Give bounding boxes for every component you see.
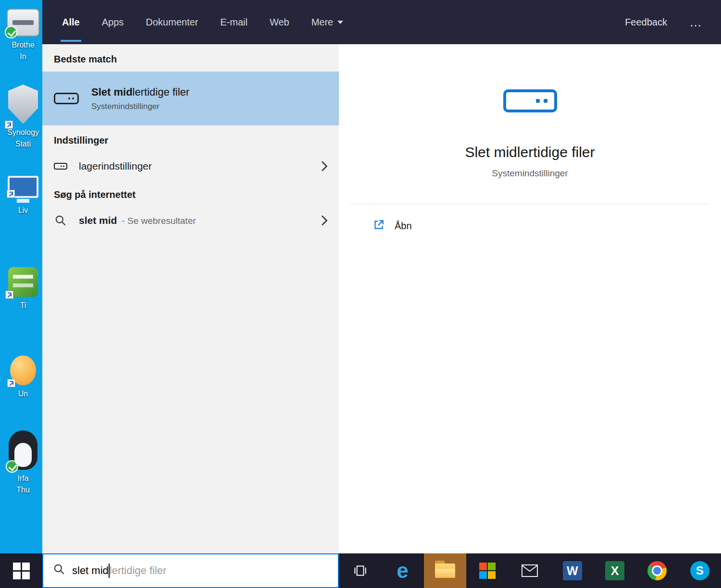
desktop-icon-label: Liv [0, 205, 42, 216]
task-view-button[interactable] [339, 553, 381, 588]
printer-icon [7, 9, 39, 37]
desktop-icon-label: Un [0, 388, 42, 400]
desktop-icon-un[interactable]: Un [0, 355, 42, 400]
microsoft-store-icon [479, 563, 496, 579]
shortcut-arrow-icon [7, 190, 15, 198]
tab-dokumenter[interactable]: Dokumenter [135, 0, 209, 44]
result-web-search[interactable]: slet mid- Se webresultater [42, 207, 339, 234]
desktop-icon-ti[interactable]: Ti [0, 267, 42, 311]
results-list: Bedste match Slet midlertidige filer Sys… [42, 44, 339, 553]
drive-icon [54, 93, 79, 104]
desktop-icon-label: BrotheIn [0, 39, 42, 62]
search-filter-bar: Alle Apps Dokumenter E-mail Web Mere Fee… [42, 0, 721, 44]
skype-icon: S [690, 561, 709, 580]
chevron-right-icon[interactable] [321, 161, 327, 172]
best-match-header: Bedste match [42, 44, 339, 72]
desktop-icon-irfanview[interactable]: IrfaThu [0, 430, 42, 496]
search-text: slet midlertidige filer [72, 564, 166, 578]
preview-title: Slet midlertidige filer [465, 144, 595, 160]
web-search-header: Søg på internettet [42, 180, 339, 207]
divider [350, 204, 709, 204]
check-badge-icon [6, 460, 18, 473]
screen: BrotheIn SynologyStati Liv Ti [0, 0, 721, 588]
microsoft-store-button[interactable] [466, 553, 509, 588]
preview-pane: Slet midlertidige filer Systemindstillin… [339, 44, 721, 553]
feedback-button[interactable]: Feedback [625, 17, 667, 28]
edge-icon: e [397, 560, 408, 581]
desktop-icon-label: Ti [0, 300, 42, 311]
start-button[interactable] [0, 553, 42, 588]
desktop-icon-label: SynologyStati [0, 127, 42, 150]
excel-button[interactable]: X [594, 553, 636, 588]
file-explorer-button[interactable] [424, 553, 466, 588]
tab-alle[interactable]: Alle [51, 0, 91, 44]
file-explorer-icon [435, 564, 455, 578]
desktop: BrotheIn SynologyStati Liv Ti [0, 0, 42, 553]
chevron-right-icon[interactable] [321, 215, 327, 226]
green-app-icon [8, 267, 38, 297]
search-suggestion-text: lertidige filer [110, 564, 167, 577]
task-view-icon [352, 563, 368, 578]
chevron-down-icon [337, 21, 343, 24]
desktop-icon-label: IrfaThu [0, 473, 42, 496]
shield-icon [8, 85, 38, 124]
settings-header: Indstillinger [42, 125, 339, 153]
taskbar-search-input[interactable]: slet midlertidige filer [42, 553, 339, 588]
word-button[interactable]: W [551, 553, 594, 588]
tab-apps[interactable]: Apps [91, 0, 135, 44]
tab-email[interactable]: E-mail [209, 0, 259, 44]
tab-web[interactable]: Web [259, 0, 300, 44]
best-match-title: Slet midlertidige filer [91, 86, 189, 98]
settings-item-label: lagerindstillinger [79, 160, 152, 172]
excel-icon: X [605, 561, 624, 580]
penguin-icon [9, 430, 37, 470]
shortcut-arrow-icon [5, 291, 13, 299]
mail-icon [522, 564, 538, 577]
mail-button[interactable] [509, 553, 551, 588]
drive-icon [54, 163, 67, 170]
desktop-icon-synology[interactable]: SynologyStati [0, 85, 42, 150]
open-action[interactable]: Åbn [373, 219, 412, 233]
more-options-button[interactable]: … [689, 15, 703, 30]
taskbar-icons: e W X S [339, 553, 721, 588]
windows-logo-icon [13, 563, 30, 579]
search-flyout: Alle Apps Dokumenter E-mail Web Mere Fee… [42, 0, 721, 553]
drive-icon-large [503, 89, 557, 112]
tab-mere[interactable]: Mere [300, 0, 355, 44]
shortcut-arrow-icon [7, 379, 15, 387]
search-icon [53, 563, 65, 578]
chrome-icon [647, 561, 667, 580]
edge-button[interactable]: e [381, 553, 423, 588]
open-external-icon [373, 219, 385, 233]
word-icon: W [563, 561, 582, 580]
orange-app-icon [10, 355, 36, 385]
result-best-match[interactable]: Slet midlertidige filer Systemindstillin… [42, 72, 339, 125]
desktop-icon-liveview[interactable]: Liv [0, 176, 42, 216]
search-body: Bedste match Slet midlertidige filer Sys… [42, 44, 721, 553]
check-badge-icon [5, 26, 17, 38]
search-typed-text: slet mid [72, 564, 109, 577]
best-match-subtitle: Systemindstillinger [91, 102, 189, 111]
best-match-text: Slet midlertidige filer Systemindstillin… [91, 86, 189, 111]
monitor-icon [8, 176, 38, 198]
shortcut-arrow-icon [5, 121, 13, 129]
tab-mere-label: Mere [311, 17, 334, 28]
desktop-icon-brother[interactable]: BrotheIn [0, 9, 42, 62]
preview-subtitle: Systemindstillinger [492, 168, 568, 179]
taskbar: slet midlertidige filer e W X [0, 553, 721, 588]
skype-button[interactable]: S [679, 553, 721, 588]
chrome-button[interactable] [636, 553, 678, 588]
open-label: Åbn [395, 220, 412, 232]
topbar-right: Feedback … [625, 0, 703, 44]
search-icon [54, 214, 67, 227]
result-storage-settings[interactable]: lagerindstillinger [42, 153, 339, 180]
web-search-text: slet mid- Se webresultater [79, 215, 196, 226]
